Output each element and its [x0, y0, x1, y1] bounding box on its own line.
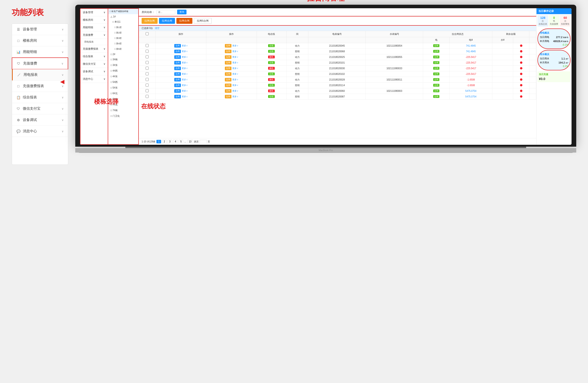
inner-sidebar-recharge[interactable]: 充值缴费 ∨	[81, 31, 108, 39]
more-btn-2-8[interactable]: 更多∨	[232, 90, 238, 92]
btn-combine-0[interactable]: 合闸	[174, 44, 181, 47]
tree-5w[interactable]: □ 5#西	[108, 79, 138, 85]
inner-sidebar-elec-report[interactable]: 用电报表	[81, 39, 108, 45]
sidebar-item-wechat[interactable]: 🛡 微信支付宝 ∨	[12, 103, 68, 114]
more-btn-2-2[interactable]: 更多∨	[232, 56, 238, 58]
tree-floor3[interactable]: □ 第3层	[108, 36, 138, 41]
tree-7s[interactable]: □ 7#南	[108, 108, 138, 113]
more-btn-2-7[interactable]: 更多∨	[232, 84, 238, 86]
row-checkbox-2[interactable]	[146, 55, 149, 58]
tree-4w[interactable]: □ 4#西	[108, 68, 138, 74]
page-13[interactable]: 13	[187, 140, 193, 143]
inner-sidebar-device-debug[interactable]: 设备调试 ∨	[81, 68, 108, 75]
page-2[interactable]: 2	[162, 140, 167, 143]
btn-combine-1[interactable]: 合闸	[174, 50, 181, 53]
btn-pull-5[interactable]: 拉闸	[225, 72, 231, 76]
inner-sidebar-recharge-report[interactable]: 充值缴费报表 ∨	[81, 45, 108, 53]
tree-1[interactable]: △ 1#	[108, 14, 138, 19]
tree-root[interactable]: □ 标龙产城股份样板	[108, 9, 138, 14]
tree-7n[interactable]: □ 7#北	[108, 102, 138, 108]
sidebar-item-energy[interactable]: 📊 用能明细 ∨	[12, 46, 68, 58]
gate-btn-4[interactable]: 拉闸5台闸	[194, 18, 212, 24]
inner-sidebar-message[interactable]: 消息中心 ∨	[81, 75, 108, 83]
search-button[interactable]: 查询	[177, 10, 187, 14]
more-btn-1-5[interactable]: 更多∨	[182, 73, 188, 75]
more-btn-2-3[interactable]: 更多∨	[232, 61, 238, 64]
more-btn-2-6[interactable]: 更多∨	[232, 78, 238, 81]
tree-floor1[interactable]: □ 第1层	[108, 25, 138, 30]
tree-unit1[interactable]: □ 单元1	[108, 19, 138, 25]
sidebar-item-device-debug[interactable]: ⚙ 设备调试 ∨	[12, 114, 68, 126]
btn-combine-8[interactable]: 合闸	[174, 89, 181, 93]
tree-3s[interactable]: □ 3#南	[108, 57, 138, 62]
more-btn-2-4[interactable]: 更多∨	[232, 67, 238, 69]
more-btn-2-0[interactable]: 更多∨	[232, 45, 238, 47]
sidebar-item-device-mgmt[interactable]: ☰ 设备管理 ∨	[12, 24, 68, 35]
gate-btn-2[interactable]: 拉闸合闸	[159, 18, 175, 24]
btn-pull-6[interactable]: 拉闸	[225, 78, 231, 81]
sidebar-item-comprehensive[interactable]: 📋 综合报表 ∨	[12, 92, 68, 103]
row-checkbox-5[interactable]	[146, 72, 149, 75]
page-4[interactable]: 4	[173, 140, 178, 143]
more-btn-1-6[interactable]: 更多∨	[182, 78, 188, 81]
tree-4e[interactable]: □ 4#东	[108, 74, 138, 79]
inner-sidebar-building[interactable]: 楼栋房间 ∨	[81, 16, 108, 24]
btn-combine-3[interactable]: 合闸	[174, 61, 181, 65]
page-3[interactable]: 3	[168, 140, 172, 143]
btn-combine-5[interactable]: 合闸	[174, 72, 181, 76]
inner-sidebar-energy[interactable]: 用能明细 ∨	[81, 24, 108, 31]
row-checkbox-8[interactable]	[146, 89, 149, 92]
btn-combine-6[interactable]: 合闸	[174, 78, 181, 81]
more-btn-2-9[interactable]: 更多∨	[232, 95, 238, 98]
more-btn-1-2[interactable]: 更多∨	[182, 56, 188, 58]
more-btn-1-7[interactable]: 更多∨	[182, 84, 188, 86]
row-checkbox-7[interactable]	[146, 84, 149, 87]
sidebar-item-message[interactable]: 💬 消息中心 ∨	[12, 126, 68, 137]
row-checkbox-4[interactable]	[146, 67, 149, 70]
btn-combine-4[interactable]: 合闸	[174, 67, 181, 70]
tree-6n[interactable]: □ 6#北	[108, 91, 138, 96]
clear-link[interactable]: 清空	[155, 27, 159, 30]
sidebar-item-electricity-report[interactable]: ／ 用电报表 ∨	[12, 69, 68, 81]
row-checkbox-9[interactable]	[146, 95, 149, 98]
btn-pull-9[interactable]: 拉闸	[225, 95, 231, 98]
jump-input[interactable]	[200, 140, 207, 143]
sidebar-item-recharge-report[interactable]: □ 充值缴费报表 ∨	[12, 81, 68, 92]
tree-5e[interactable]: □ 5#东	[108, 85, 138, 91]
tree-floor5[interactable]: □ 第5层	[108, 46, 138, 52]
btn-combine-7[interactable]: 合闸	[174, 84, 181, 87]
sidebar-item-recharge[interactable]: 🛡 充值缴费 ∨	[12, 57, 68, 69]
tree-3e[interactable]: □ 3#东	[108, 62, 138, 68]
btn-pull-8[interactable]: 拉闸	[225, 89, 231, 93]
tree-floor2[interactable]: □ 第2层	[108, 30, 138, 36]
btn-pull-2[interactable]: 拉闸	[225, 55, 231, 59]
row-checkbox-6[interactable]	[146, 78, 149, 81]
btn-pull-4[interactable]: 拉闸	[225, 67, 231, 70]
tree-gate[interactable]: □ 门卫化	[108, 113, 138, 119]
gate-btn-3[interactable]: 拉闸合闸	[176, 18, 192, 24]
btn-combine-2[interactable]: 合闸	[174, 55, 181, 59]
more-btn-1-8[interactable]: 更多∨	[182, 90, 188, 92]
page-1[interactable]: 1	[156, 140, 161, 143]
btn-pull-3[interactable]: 拉闸	[225, 61, 231, 65]
row-checkbox-1[interactable]	[146, 50, 149, 53]
more-btn-2-1[interactable]: 更多∨	[232, 50, 238, 52]
select-all-checkbox[interactable]	[146, 32, 149, 35]
tree-2[interactable]: □ 2#	[108, 52, 138, 57]
btn-pull-0[interactable]: 拉闸	[225, 44, 231, 47]
btn-pull-7[interactable]: 拉闸	[225, 84, 231, 87]
tree-6s[interactable]: □ 6#南	[108, 96, 138, 102]
inner-sidebar-device-mgmt[interactable]: 设备管理 ∨	[81, 9, 108, 16]
more-btn-1-4[interactable]: 更多∨	[182, 67, 188, 69]
row-checkbox-3[interactable]	[146, 61, 149, 64]
btn-combine-9[interactable]: 合闸	[174, 95, 181, 98]
tree-floor4[interactable]: □ 第4层	[108, 41, 138, 46]
inner-sidebar-wechat[interactable]: 微信支付宝 ∨	[81, 60, 108, 68]
page-5[interactable]: 5	[179, 140, 184, 143]
search-input[interactable]	[156, 10, 175, 14]
more-btn-1-3[interactable]: 更多∨	[182, 61, 188, 64]
more-btn-1-0[interactable]: 更多∨	[182, 45, 188, 47]
btn-pull-1[interactable]: 拉闸	[225, 50, 231, 53]
row-checkbox-0[interactable]	[146, 44, 149, 47]
sidebar-item-building-room[interactable]: □ 楼栋房间 ∨	[12, 35, 68, 46]
